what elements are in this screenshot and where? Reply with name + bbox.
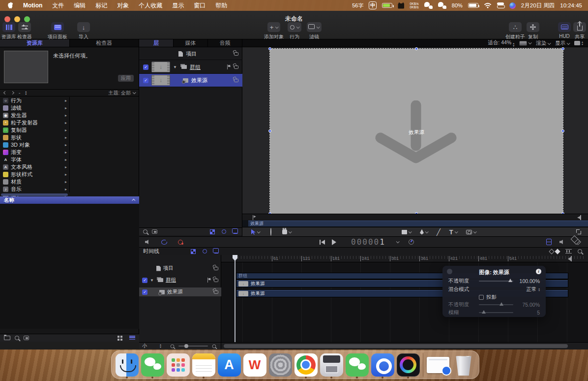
input-method-icon[interactable]: 中 — [369, 1, 377, 9]
zoom-window-button[interactable] — [24, 16, 30, 22]
tab-library[interactable]: 资源库 — [0, 39, 70, 47]
trim-icon[interactable] — [565, 249, 572, 254]
play-range-marker-icon[interactable] — [253, 215, 257, 220]
disclosure-right-icon[interactable]: ▸ — [65, 187, 67, 191]
add-object-button[interactable]: + 添加对象 — [262, 22, 286, 40]
timeline-row-effect-source[interactable]: ↓ 效果源 — [139, 287, 221, 296]
show-behaviors-icon[interactable] — [222, 229, 226, 234]
dock-browser[interactable] — [370, 350, 395, 379]
opacity-slider[interactable] — [479, 281, 513, 282]
zoom-out-icon[interactable] — [171, 344, 175, 348]
play-button[interactable] — [332, 239, 336, 245]
shadow-opacity-slider[interactable] — [479, 304, 513, 305]
mask-tool[interactable] — [466, 230, 476, 234]
share-button[interactable]: 共享 — [572, 22, 588, 40]
rectangle-tool[interactable] — [402, 230, 411, 234]
mute-icon[interactable] — [145, 239, 150, 245]
menu-item-5[interactable]: 个人收藏 — [139, 1, 162, 10]
lock-icon[interactable] — [214, 290, 218, 294]
dock-motion[interactable] — [395, 350, 421, 379]
selection-handle[interactable] — [268, 212, 271, 214]
new-folder-icon[interactable] — [4, 336, 10, 340]
menu-item-4[interactable]: 对象 — [117, 1, 129, 10]
timeline-row-group[interactable]: ▼ 群组 — [139, 276, 221, 285]
scrollbar-thumb[interactable] — [224, 344, 568, 348]
fullscreen-icon[interactable] — [576, 229, 581, 234]
project-pane-toolbar-button[interactable]: 项目面板 — [46, 22, 69, 40]
lock-icon[interactable] — [234, 79, 238, 82]
canvas-stage[interactable]: 效果源 — [270, 49, 563, 214]
effect-checkbox[interactable] — [142, 289, 147, 295]
timeline-zoom-slider[interactable] — [178, 346, 208, 347]
selection-handle[interactable] — [561, 47, 564, 50]
behaviors-button[interactable]: 行为 — [284, 22, 305, 40]
info-icon[interactable]: i — [536, 269, 541, 274]
disclosure-right-icon[interactable]: ▸ — [65, 165, 67, 169]
dock-finder[interactable] — [114, 350, 140, 379]
dock-wechat[interactable] — [140, 350, 165, 379]
keyframe-outline-icon[interactable] — [549, 249, 554, 254]
disclosure-right-icon[interactable]: ▸ — [65, 180, 67, 184]
tab-audio[interactable]: 音频 — [208, 39, 242, 47]
playback-speed-icon[interactable] — [409, 239, 414, 245]
collapse-control[interactable]: - — [19, 90, 20, 95]
show-masks-icon[interactable] — [191, 249, 196, 254]
replicate-button[interactable]: 复制 — [524, 22, 542, 40]
hud-button[interactable]: HUD — [556, 22, 573, 39]
slider-thumb[interactable] — [482, 310, 486, 314]
tab-media[interactable]: 媒体 — [174, 39, 208, 47]
cat-status-icon[interactable] — [398, 2, 404, 9]
disclosure-right-icon[interactable]: ▸ — [65, 143, 67, 147]
battery-charging-icon[interactable] — [382, 3, 392, 8]
layer-row-group[interactable]: ↓ ▼ 群组 — [139, 61, 242, 74]
lock-icon[interactable] — [214, 279, 218, 282]
disclosure-right-icon[interactable]: ▸ — [65, 158, 67, 162]
inspector-toolbar-button[interactable]: 检查器 — [16, 22, 33, 40]
timeline-scrollbar[interactable] — [221, 342, 588, 349]
timecode-display[interactable]: 000001 — [351, 237, 385, 247]
wifi-icon[interactable] — [484, 2, 492, 8]
selection-handle[interactable] — [561, 129, 564, 132]
disclosure-right-icon[interactable]: ▸ — [65, 135, 67, 140]
range-end-marker-icon[interactable] — [577, 215, 581, 220]
record-icon[interactable] — [178, 240, 183, 245]
close-window-button[interactable] — [4, 16, 10, 22]
show-keyframes-icon[interactable] — [546, 239, 552, 245]
dock-wps-office[interactable] — [242, 350, 267, 379]
name-column-header[interactable]: 名称 — [0, 196, 139, 204]
selection-handle[interactable] — [268, 129, 271, 132]
apply-button[interactable]: 应用 — [118, 75, 134, 82]
view-menu[interactable]: 显示 — [555, 40, 569, 47]
timeline-ruler[interactable]: 61121181241301361421481541 — [221, 255, 588, 262]
preview-toggle-icon[interactable] — [152, 229, 157, 234]
project-end-marker-icon[interactable] — [568, 256, 572, 261]
pan-tool[interactable] — [282, 229, 291, 234]
menu-item-7[interactable]: 窗口 — [194, 1, 206, 10]
channel-control[interactable]: ▴▾ — [574, 41, 583, 46]
disclosure-right-icon[interactable]: ▸ — [65, 172, 67, 177]
tab-layers[interactable]: 层 — [139, 39, 174, 47]
selection-handle[interactable] — [415, 47, 418, 50]
list-view-icon[interactable] — [129, 336, 135, 341]
disclosure-right-icon[interactable]: ▸ — [65, 98, 67, 103]
disclosure-triangle-icon[interactable]: ▼ — [150, 278, 154, 283]
menu-item-8[interactable]: 帮助 — [215, 1, 227, 10]
group-checkbox[interactable] — [143, 64, 148, 70]
lock-icon[interactable] — [234, 52, 238, 56]
battery-icon[interactable] — [468, 3, 478, 8]
grid-view-icon[interactable] — [118, 336, 122, 341]
disclosure-right-icon[interactable]: ▸ — [65, 121, 67, 125]
dock-trash[interactable] — [451, 350, 476, 379]
menu-item-3[interactable]: 标记 — [95, 1, 107, 10]
disclosure-right-icon[interactable]: ▸ — [65, 150, 67, 155]
apple-menu-icon[interactable] — [7, 2, 13, 9]
lock-icon[interactable] — [234, 65, 238, 69]
loop-icon[interactable] — [161, 240, 167, 245]
blend-mode-menu[interactable]: 正常 ▴▾ — [526, 286, 540, 293]
audio-icon[interactable] — [559, 239, 565, 245]
theme-filter-menu[interactable]: 主题: 全部 — [108, 90, 135, 96]
keyframe-filled-icon[interactable] — [555, 249, 560, 254]
dock-chrome[interactable] — [293, 350, 319, 379]
wechat-status-icon-2[interactable] — [438, 2, 446, 9]
text-tool[interactable]: T — [449, 228, 457, 236]
